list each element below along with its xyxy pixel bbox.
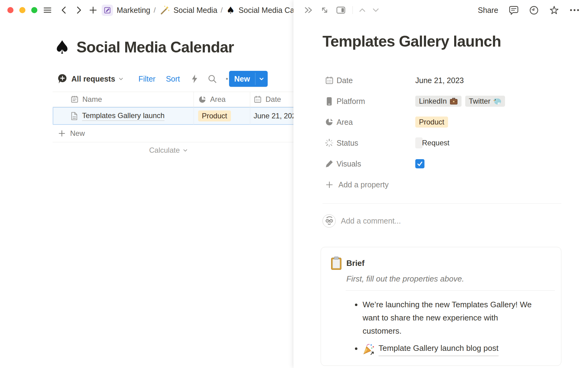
view-selector[interactable]: All requests bbox=[58, 74, 124, 84]
row-title[interactable]: Templates Gallery launch bbox=[82, 111, 164, 121]
page-icon bbox=[70, 112, 78, 121]
platform-tag-linkedin[interactable]: LinkedIn bbox=[415, 96, 462, 107]
property-platform[interactable]: Platform LinkedIn Twitter bbox=[322, 91, 561, 112]
memo-icon bbox=[102, 5, 113, 16]
visuals-checkbox[interactable] bbox=[415, 159, 424, 168]
requests-icon bbox=[58, 74, 67, 84]
peek-page-title[interactable]: Templates Gallery launch bbox=[322, 32, 561, 51]
page-title-text: Social Media Calendar bbox=[77, 38, 234, 56]
area-value[interactable]: Product bbox=[415, 117, 448, 128]
title-property-icon bbox=[70, 95, 79, 104]
comment-placeholder: Add a comment... bbox=[341, 217, 401, 225]
new-dropdown-chevron-icon[interactable] bbox=[255, 71, 268, 87]
area-tag[interactable]: Product bbox=[198, 110, 231, 121]
new-button-label: New bbox=[229, 71, 255, 87]
window-controls bbox=[7, 7, 37, 13]
bullet-item[interactable]: Template Gallery launch blog post bbox=[321, 342, 561, 356]
plus-icon bbox=[325, 181, 334, 189]
status-tag[interactable]: Request bbox=[415, 137, 423, 148]
bird-emoji bbox=[493, 98, 501, 105]
column-header-name[interactable]: Name bbox=[53, 92, 194, 107]
column-header-area[interactable]: Area bbox=[194, 92, 250, 107]
zoom-window-button[interactable] bbox=[31, 7, 37, 13]
breadcrumb-separator: / bbox=[221, 6, 223, 14]
property-status[interactable]: Status Request bbox=[322, 132, 561, 153]
row-name-cell[interactable]: Templates Gallery launch bbox=[53, 107, 194, 125]
property-date[interactable]: Date June 21, 2023 bbox=[322, 70, 561, 91]
view-controls: All requests Filter Sort New bbox=[58, 71, 291, 87]
user-avatar bbox=[322, 214, 336, 228]
status-value[interactable]: Request bbox=[415, 137, 423, 148]
chevron-down-icon bbox=[182, 147, 188, 153]
bullet-item[interactable]: We’re launching the new Templates Galler… bbox=[321, 298, 561, 338]
automation-bolt-icon[interactable] bbox=[190, 74, 198, 84]
magic-wand-icon bbox=[159, 5, 170, 15]
area-tag[interactable]: Product bbox=[415, 117, 448, 128]
minimize-window-button[interactable] bbox=[19, 7, 25, 13]
add-property-button[interactable]: Add a property bbox=[322, 174, 561, 195]
phone-icon bbox=[325, 97, 334, 106]
close-window-button[interactable] bbox=[7, 7, 13, 13]
calendar-icon bbox=[254, 95, 262, 104]
chevron-down-icon bbox=[118, 75, 124, 82]
breadcrumb-social-media[interactable]: Social Media bbox=[173, 6, 217, 15]
brief-template-card: Brief First, fill out the properties abo… bbox=[321, 247, 561, 366]
notion-app: Marketing / Social Media / ♠ Social Medi… bbox=[0, 0, 588, 368]
breadcrumb-marketing[interactable]: Marketing bbox=[117, 6, 150, 15]
page-title: ♠ Social Media Calendar bbox=[54, 38, 234, 56]
check-icon bbox=[416, 160, 424, 167]
platform-tag-twitter[interactable]: Twitter bbox=[465, 96, 505, 107]
forward-icon[interactable] bbox=[75, 6, 83, 15]
section-divider bbox=[322, 203, 561, 204]
new-tab-icon[interactable] bbox=[89, 6, 97, 14]
side-peek-panel: Share Templates Gallery launch bbox=[293, 0, 588, 368]
bullet-dot bbox=[355, 347, 357, 350]
comment-input[interactable]: Add a comment... bbox=[322, 209, 561, 232]
clipboard-emoji bbox=[330, 256, 342, 270]
view-name: All requests bbox=[71, 75, 115, 83]
select-property-icon bbox=[198, 95, 206, 104]
platform-tags[interactable]: LinkedIn Twitter bbox=[415, 96, 505, 107]
more-options-icon[interactable] bbox=[570, 9, 579, 12]
brief-header: Brief bbox=[321, 247, 561, 270]
briefcase-emoji bbox=[450, 98, 458, 105]
sidebar-menu-icon[interactable] bbox=[43, 6, 52, 15]
close-peek-double-chevron-icon[interactable] bbox=[303, 6, 313, 14]
bullet-dot bbox=[355, 304, 357, 306]
status-spinner-icon bbox=[325, 138, 334, 148]
row-area-cell[interactable]: Product bbox=[194, 107, 250, 125]
date-value[interactable]: June 21, 2023 bbox=[415, 76, 464, 85]
back-icon[interactable] bbox=[60, 6, 68, 15]
brief-hint: First, fill out the properties above. bbox=[321, 274, 561, 284]
breadcrumb-social-media-calendar[interactable]: Social Media Cal bbox=[239, 6, 296, 15]
pen-icon bbox=[325, 159, 334, 168]
plus-icon bbox=[58, 129, 66, 137]
brief-title: Brief bbox=[346, 259, 364, 268]
peek-body: Templates Gallery launch Date June 21, 2… bbox=[322, 0, 561, 366]
new-button[interactable]: New bbox=[229, 71, 268, 87]
blog-post-link[interactable]: Template Gallery launch blog post bbox=[379, 342, 499, 356]
filter-button[interactable]: Filter bbox=[138, 75, 156, 83]
sort-button[interactable]: Sort bbox=[166, 75, 180, 83]
property-list: Date June 21, 2023 Platform LinkedIn bbox=[322, 70, 561, 195]
property-area[interactable]: Area Product bbox=[322, 112, 561, 132]
breadcrumb-separator: / bbox=[154, 6, 156, 14]
visuals-value bbox=[415, 159, 424, 168]
select-property-icon bbox=[325, 118, 334, 126]
search-icon[interactable] bbox=[208, 74, 217, 83]
property-visuals[interactable]: Visuals bbox=[322, 153, 561, 174]
calendar-icon bbox=[325, 76, 334, 85]
spade-icon: ♠ bbox=[54, 38, 70, 56]
party-popper-emoji bbox=[363, 343, 375, 355]
brief-divider bbox=[346, 290, 555, 291]
spade-icon: ♠ bbox=[226, 6, 235, 15]
brief-bullets: We’re launching the new Templates Galler… bbox=[321, 298, 561, 356]
